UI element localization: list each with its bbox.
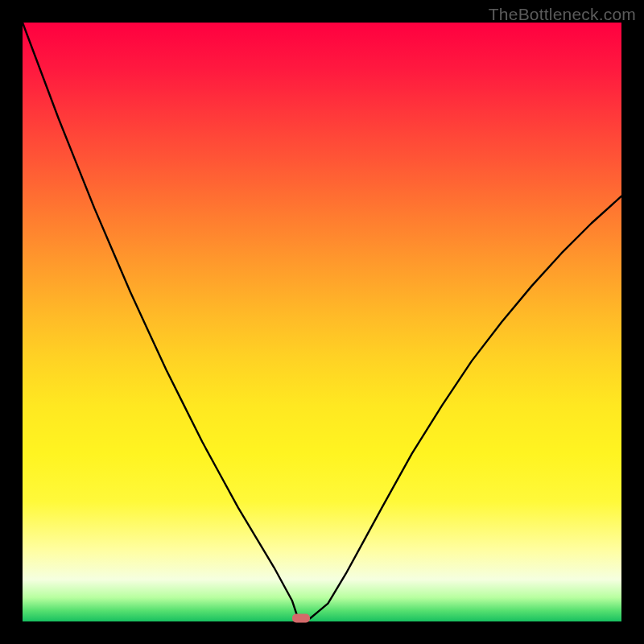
optimum-marker: [292, 614, 310, 623]
bottleneck-curve: [23, 23, 621, 621]
watermark-text: TheBottleneck.com: [489, 5, 636, 24]
chart-frame: TheBottleneck.com: [0, 0, 644, 644]
plot-area: [23, 23, 621, 621]
